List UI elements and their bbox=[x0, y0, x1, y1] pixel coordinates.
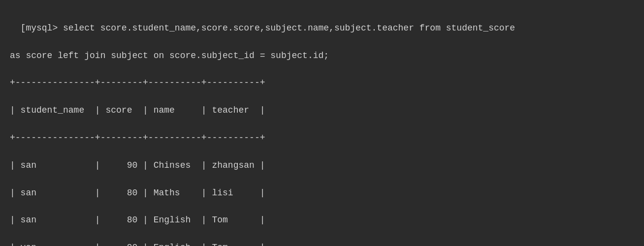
query-line1: [mysql> select score.student_name,score.… bbox=[21, 23, 515, 33]
data-row-3: | yan | 90 | English | Tom | bbox=[10, 243, 265, 246]
separator-top: +---------------+--------+----------+---… bbox=[10, 78, 265, 88]
data-row-2: | san | 80 | English | Tom | bbox=[10, 215, 265, 225]
data-row-0: | san | 90 | Chinses | zhangsan | bbox=[10, 160, 265, 170]
header-row: | student_name | score | name | teacher … bbox=[10, 105, 265, 115]
query-line2: as score left join subject on score.subj… bbox=[10, 51, 329, 61]
separator-mid: +---------------+--------+----------+---… bbox=[10, 133, 265, 143]
data-row-1: | san | 80 | Maths | lisi | bbox=[10, 188, 265, 198]
terminal-window: [mysql> select score.student_name,score.… bbox=[0, 0, 644, 246]
